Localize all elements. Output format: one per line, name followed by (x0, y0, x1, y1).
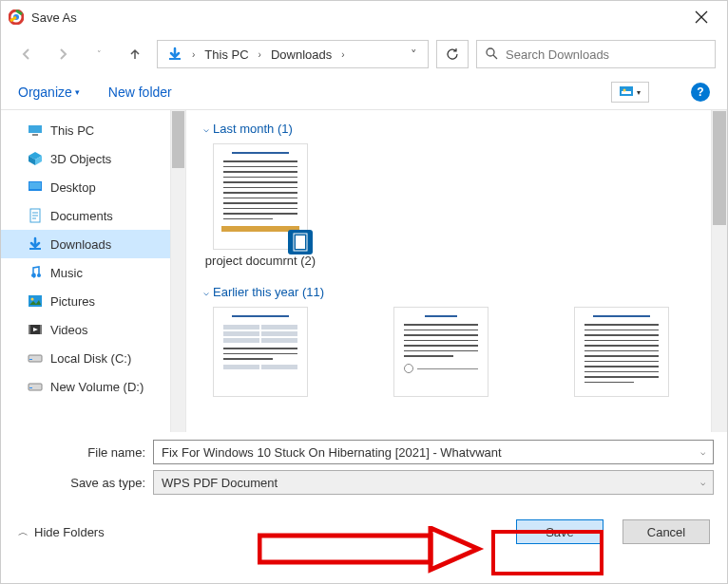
svg-rect-22 (29, 384, 42, 390)
tree-videos[interactable]: Videos (1, 315, 170, 344)
address-bar[interactable]: › This PC › Downloads › ˅ (157, 40, 429, 68)
path-downloads[interactable]: Downloads (263, 41, 339, 67)
picture-icon (28, 293, 43, 309)
svg-rect-7 (29, 125, 42, 133)
svg-rect-20 (29, 355, 42, 362)
disk-icon (28, 379, 43, 394)
tree-3d-objects[interactable]: 3D Objects (1, 144, 170, 173)
search-icon (485, 47, 498, 63)
filename-label: File name: (14, 445, 153, 460)
chevron-down-icon[interactable]: ⌵ (700, 447, 705, 457)
tree-new-volume-d[interactable]: New Volume (D:) (1, 372, 170, 401)
document-icon (28, 208, 43, 223)
chevron-right-icon[interactable]: › (339, 49, 346, 60)
chevron-right-icon[interactable]: › (190, 49, 197, 60)
window-title: Save As (31, 10, 695, 25)
svg-point-16 (31, 298, 34, 301)
file-thumbnail (393, 307, 489, 397)
chevron-right-icon[interactable]: › (257, 49, 263, 60)
tree-music[interactable]: Music (1, 258, 170, 287)
svg-point-13 (37, 273, 41, 277)
file-item[interactable] (203, 307, 317, 401)
group-last-month[interactable]: ⌵ Last month (1) (203, 122, 694, 136)
file-thumbnail (213, 307, 308, 397)
desktop-icon (28, 179, 43, 195)
cancel-button[interactable]: Cancel (623, 519, 710, 544)
hide-folders-button[interactable]: ︿ Hide Folders (18, 525, 105, 539)
chevron-down-icon: ⌵ (203, 287, 209, 297)
tree-local-disk-c[interactable]: Local Disk (C:) (1, 344, 170, 372)
save-button[interactable]: Save (516, 519, 603, 544)
svg-point-3 (487, 48, 494, 56)
file-item[interactable] (565, 307, 679, 401)
filename-field[interactable]: Fix For Windows 10 Stuck On Hibernating … (153, 440, 714, 464)
chevron-up-icon: ︿ (18, 525, 29, 539)
help-icon[interactable]: ? (691, 83, 710, 102)
tree-this-pc[interactable]: This PC (1, 116, 170, 144)
video-icon (28, 322, 43, 337)
svg-rect-23 (29, 387, 32, 388)
disk-icon (28, 350, 43, 366)
cube-icon (28, 151, 43, 166)
group-earlier-year[interactable]: ⌵ Earlier this year (11) (203, 285, 694, 299)
file-item[interactable] (384, 307, 498, 401)
music-icon (28, 265, 43, 280)
file-list: ⌵ Last month (1) project documrnt (2) ⌵ … (186, 110, 711, 432)
address-dropdown[interactable]: ˅ (401, 47, 426, 62)
search-input[interactable]: Search Downloads (476, 40, 716, 68)
download-icon (28, 236, 43, 252)
refresh-button[interactable] (436, 40, 469, 68)
content-scrollbar[interactable] (711, 110, 727, 432)
file-item[interactable]: project documrnt (2) (203, 143, 317, 268)
forward-button[interactable] (48, 40, 77, 68)
svg-rect-18 (29, 325, 30, 334)
svg-point-6 (623, 89, 626, 92)
downloads-folder-icon (160, 41, 190, 67)
svg-rect-15 (29, 295, 42, 307)
path-this-pc[interactable]: This PC (197, 41, 256, 67)
file-label: project documrnt (2) (203, 254, 317, 268)
tree-desktop[interactable]: Desktop (1, 173, 170, 201)
tree-downloads[interactable]: Downloads (1, 230, 170, 258)
organize-menu[interactable]: Organize▾ (18, 85, 80, 100)
recent-dropdown[interactable]: ˅ (85, 40, 113, 68)
file-thumbnail (574, 307, 669, 397)
pdf-badge-icon (288, 230, 313, 254)
pc-icon (28, 122, 43, 138)
up-button[interactable] (121, 40, 149, 68)
savetype-field[interactable]: WPS PDF Document ⌵ (153, 470, 714, 495)
svg-rect-10 (29, 182, 41, 189)
new-folder-button[interactable]: New folder (108, 85, 172, 100)
svg-rect-21 (29, 359, 32, 360)
svg-rect-2 (169, 58, 181, 60)
folder-tree: This PC 3D Objects Desktop Documents Dow… (1, 110, 170, 432)
chevron-down-icon: ⌵ (203, 123, 209, 134)
tree-documents[interactable]: Documents (1, 201, 170, 230)
svg-rect-19 (40, 325, 42, 334)
svg-rect-12 (29, 248, 41, 250)
svg-point-14 (31, 273, 35, 277)
svg-rect-5 (622, 91, 631, 94)
file-thumbnail (213, 143, 308, 250)
close-icon[interactable] (695, 10, 708, 24)
view-options[interactable]: ▾ (611, 82, 649, 103)
tree-scrollbar[interactable] (170, 110, 186, 432)
chevron-down-icon[interactable]: ⌵ (700, 478, 705, 487)
chrome-icon (9, 9, 24, 25)
tree-pictures[interactable]: Pictures (1, 287, 170, 315)
svg-rect-24 (296, 235, 305, 249)
back-button[interactable] (12, 40, 41, 68)
svg-rect-8 (32, 134, 38, 136)
savetype-label: Save as type: (14, 476, 153, 490)
search-placeholder: Search Downloads (506, 47, 609, 62)
